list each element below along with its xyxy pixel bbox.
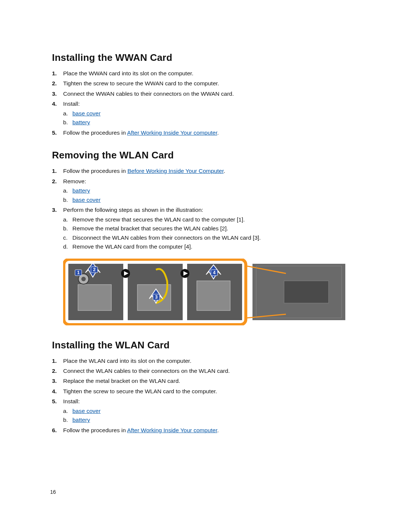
substep-item: b.battery: [63, 118, 353, 127]
substep-item: a.base cover: [63, 109, 353, 118]
step-number: 4.: [52, 387, 57, 395]
step-number: 6.: [52, 426, 57, 434]
step-text: Tighten the screw to secure the WWAN car…: [63, 80, 219, 86]
svg-rect-5: [78, 285, 111, 311]
step-item: 2.Remove: a.battery b.base cover: [52, 177, 353, 204]
step-text-pre: Follow the procedures in: [63, 168, 127, 174]
heading-removing-wlan: Removing the WLAN Card: [52, 150, 353, 161]
substep-letter: b.: [63, 196, 68, 204]
manual-page: Installing the WWAN Card 1.Place the WWA…: [0, 0, 401, 434]
step-text-pre: Follow the procedures in: [63, 427, 127, 433]
step-number: 3.: [52, 206, 57, 214]
link-after-working-inside[interactable]: After Working Inside Your computer: [127, 129, 217, 136]
substep-letter: b.: [63, 224, 68, 233]
substep-letter: a.: [63, 407, 68, 415]
step-item: 2.Tighten the screw to secure the WWAN c…: [52, 79, 353, 88]
substep-item: a.Remove the screw that secures the WLAN…: [63, 216, 353, 224]
link-base-cover[interactable]: base cover: [72, 197, 101, 203]
substep-item: c.Disconnect the WLAN cables from their …: [63, 234, 353, 242]
step-text: Replace the metal bracket on the WLAN ca…: [63, 378, 180, 384]
svg-rect-7: [197, 281, 230, 311]
page-number: 16: [50, 489, 56, 495]
step-text: Tighten the screw to secure the WLAN car…: [63, 388, 217, 394]
step-number: 3.: [52, 90, 57, 98]
step-text: Connect the WLAN cables to their connect…: [63, 368, 230, 374]
step-number: 3.: [52, 377, 57, 385]
steps-installing-wwan: 1.Place the WWAN card into its slot on t…: [52, 69, 353, 137]
link-base-cover[interactable]: base cover: [72, 110, 101, 116]
heading-installing-wwan: Installing the WWAN Card: [52, 52, 353, 63]
substep-text: Remove the metal bracket that secures th…: [72, 225, 228, 231]
substeps: a.battery b.base cover: [63, 187, 353, 204]
steps-installing-wlan: 1.Place the WLAN card into its slot on t…: [52, 357, 353, 435]
substep-text: Remove the screw that secures the WLAN c…: [72, 216, 245, 223]
svg-text:4: 4: [213, 270, 216, 275]
substep-item: b.battery: [63, 416, 353, 424]
step-number: 1.: [52, 167, 57, 175]
substep-letter: b.: [63, 118, 68, 127]
step-text: Perform the following steps as shown in …: [63, 207, 203, 213]
step-item: 5.Install: a.base cover b.battery: [52, 397, 353, 424]
substep-letter: a.: [63, 216, 68, 224]
link-battery[interactable]: battery: [72, 187, 90, 194]
step-text: Install:: [63, 101, 80, 107]
step-text: Place the WLAN card into its slot on the…: [63, 358, 191, 364]
step-item: 1.Follow the procedures in Before Workin…: [52, 167, 353, 175]
step-number: 5.: [52, 397, 57, 405]
step-item: 1.Place the WLAN card into its slot on t…: [52, 357, 353, 365]
link-battery[interactable]: battery: [72, 417, 90, 423]
substep-letter: a.: [63, 109, 68, 118]
svg-rect-24: [284, 281, 329, 303]
step-text-post: .: [217, 427, 219, 433]
step-number: 2.: [52, 79, 57, 88]
step-text: Remove:: [63, 178, 86, 184]
step-item: 6.Follow the procedures in After Working…: [52, 426, 353, 434]
svg-text:2: 2: [93, 267, 96, 272]
link-base-cover[interactable]: base cover: [72, 408, 101, 414]
step-text: Install:: [63, 398, 80, 404]
substeps: a.base cover b.battery: [63, 407, 353, 424]
svg-text:1: 1: [77, 270, 80, 275]
substeps: a.base cover b.battery: [63, 109, 353, 127]
step-item: 4.Install: a.base cover b.battery: [52, 100, 353, 127]
substep-text: Remove the WLAN card from the computer […: [72, 243, 192, 250]
link-after-working-inside[interactable]: After Working Inside Your computer: [127, 427, 217, 433]
step-text: Place the WWAN card into its slot on the…: [63, 70, 193, 76]
step-item: 4.Tighten the screw to secure the WLAN c…: [52, 387, 353, 395]
step-text: Connect the WWAN cables to their connect…: [63, 91, 234, 97]
substep-item: b.base cover: [63, 196, 353, 204]
heading-installing-wlan: Installing the WLAN Card: [52, 339, 353, 351]
substep-item: d.Remove the WLAN card from the computer…: [63, 243, 353, 251]
step-number: 1.: [52, 69, 57, 78]
steps-removing-wlan: 1.Follow the procedures in Before Workin…: [52, 167, 353, 251]
step-number: 2.: [52, 177, 57, 185]
step-text-post: .: [217, 129, 219, 136]
step-text-post: .: [224, 168, 225, 174]
step-item: 3.Replace the metal bracket on the WLAN …: [52, 377, 353, 385]
substep-item: a.base cover: [63, 407, 353, 415]
substep-item: b.Remove the metal bracket that secures …: [63, 224, 353, 233]
illustration-svg: 1 2 3 4: [63, 259, 349, 325]
substep-text: Disconnect the WLAN cables from their co…: [72, 234, 261, 241]
link-before-working-inside[interactable]: Before Working Inside Your Computer: [127, 168, 224, 174]
substeps: a.Remove the screw that secures the WLAN…: [63, 216, 353, 251]
link-battery[interactable]: battery: [72, 119, 90, 125]
step-item: 2.Connect the WLAN cables to their conne…: [52, 367, 353, 375]
step-number: 4.: [52, 100, 57, 108]
substep-letter: c.: [63, 234, 68, 242]
step-item: 1.Place the WWAN card into its slot on t…: [52, 69, 353, 78]
substep-letter: d.: [63, 243, 68, 251]
step-number: 5.: [52, 129, 57, 137]
substep-item: a.battery: [63, 187, 353, 195]
step-number: 1.: [52, 357, 57, 365]
substep-letter: b.: [63, 416, 68, 424]
step-item: 5.Follow the procedures in After Working…: [52, 129, 353, 137]
svg-text:3: 3: [155, 295, 158, 300]
step-text-pre: Follow the procedures in: [63, 129, 127, 136]
wlan-removal-illustration: 1 2 3 4: [63, 259, 353, 327]
step-item: 3.Perform the following steps as shown i…: [52, 206, 353, 251]
step-number: 2.: [52, 367, 57, 375]
substep-letter: a.: [63, 187, 68, 195]
svg-point-9: [81, 277, 86, 281]
step-item: 3.Connect the WWAN cables to their conne…: [52, 90, 353, 98]
